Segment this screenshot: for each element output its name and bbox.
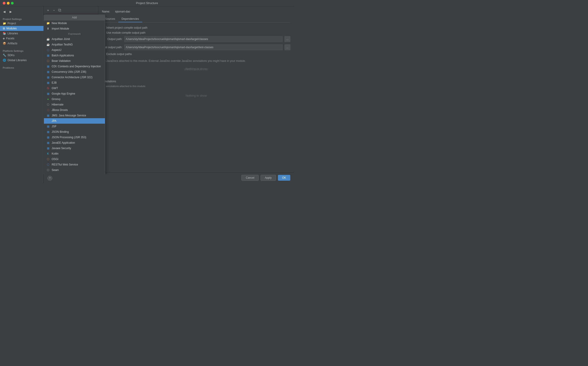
dropdown-item-osgi[interactable]: ⬡ OSGi	[44, 156, 105, 162]
help-button[interactable]: ?	[47, 176, 52, 181]
exclude-label: Exclude output paths	[106, 53, 132, 56]
detail-panel: Name: iqismart-dao Sources Dependencies …	[98, 6, 294, 174]
sidebar-item-label: Global Libraries	[8, 59, 27, 62]
sidebar-item-label: SDKs	[8, 54, 15, 57]
browse-icon: …	[286, 38, 289, 40]
sidebar-item-project[interactable]: 📁 Project	[0, 21, 43, 26]
jms-icon: ▦	[46, 114, 50, 117]
dropdown-item-restful[interactable]: ⬡ RESTful Web Service	[44, 162, 105, 167]
facets-icon: ◈	[3, 37, 5, 40]
new-module-item[interactable]: 📁 New Module	[44, 21, 105, 26]
dropdown-item-concurrency-utils[interactable]: ▦ Concurrency Utils (JSR 236)	[44, 69, 105, 75]
dropdown-item-kotlin[interactable]: K Kotlin	[44, 151, 105, 156]
arquillian-junit-icon: ☕	[46, 37, 50, 41]
sidebar-item-modules[interactable]: ⊞ Modules	[0, 26, 43, 31]
apply-button[interactable]: Apply	[260, 175, 276, 181]
ok-button[interactable]: OK	[278, 175, 290, 181]
dropdown-item-batch-applications[interactable]: ▦ Batch Applications	[44, 53, 105, 58]
dropdown-item-google-app-engine[interactable]: ▦ Google App Engine	[44, 91, 105, 96]
import-module-item[interactable]: ⬇ Import Module	[44, 26, 105, 31]
dropdown-header: Add	[44, 15, 105, 21]
minimize-button[interactable]	[7, 2, 9, 5]
tab-dependencies[interactable]: Dependencies	[118, 16, 142, 22]
dropdown-item-jsf[interactable]: ▦ JSF	[44, 124, 105, 129]
dropdown-item-aspectj[interactable]: ⬡ AspectJ	[44, 47, 105, 53]
dropdown-item-bean-validation[interactable]: ⬡ Bean Validation	[44, 58, 105, 64]
import-module-icon: ⬇	[46, 27, 50, 30]
watermark-container: www.toocruel.net Nothing to show	[102, 62, 290, 76]
sidebar-item-label: Artifacts	[8, 42, 17, 45]
copy-icon: ⿻	[58, 8, 62, 12]
batch-icon: ▦	[46, 54, 50, 57]
dropdown-item-javaee-security[interactable]: ▦ Javaee Security	[44, 145, 105, 151]
module-radio[interactable]: Use module compile output path	[102, 31, 290, 34]
test-path-row: Test output path: …	[102, 44, 290, 50]
dropdown-item-jpa[interactable]: ▦ JPA	[44, 118, 105, 124]
sidebar-item-sdks[interactable]: 🔧 SDKs	[0, 53, 43, 58]
modules-icon: ⊞	[3, 27, 5, 30]
copy-module-button[interactable]: ⿻	[57, 8, 62, 13]
cdi-icon: ▦	[46, 65, 50, 68]
javaee-security-icon: ▦	[46, 146, 50, 150]
compile-radio[interactable]: Inherit project compile output path	[102, 26, 290, 29]
exclude-option[interactable]: Exclude output paths	[102, 53, 290, 56]
sidebar-item-facets[interactable]: ◈ Facets	[0, 36, 43, 41]
gae-icon: ▦	[46, 92, 50, 95]
dropdown-item-hibernate[interactable]: ⬡ Hibernate	[44, 102, 105, 107]
annotations-sub: No annotations attached to this module.	[102, 85, 290, 88]
dropdown-item-ejb[interactable]: ▦ EJB	[44, 80, 105, 85]
add-icon: +	[47, 8, 49, 12]
dropdown-item-jboss-drools[interactable]: ⬡ JBoss Drools	[44, 107, 105, 113]
compile-radio-label: Inherit project compile output path	[106, 26, 148, 29]
concurrency-icon: ▦	[46, 70, 50, 74]
add-module-button[interactable]: +	[46, 8, 51, 13]
jsf-icon: ▦	[46, 125, 50, 128]
dropdown-item-arquillian-junit[interactable]: ☕ Arquillian JUnit	[44, 36, 105, 42]
sidebar-item-global-libraries[interactable]: 🌐 Global Libraries	[0, 58, 43, 63]
dropdown-item-gwt[interactable]: G GWT	[44, 85, 105, 91]
dropdown-item-groovy[interactable]: ● Groovy	[44, 96, 105, 102]
remove-module-button[interactable]: −	[51, 8, 56, 13]
dropdown-item-javaee-app[interactable]: ▦ JavaEE Application	[44, 140, 105, 145]
dropdown-item-seam[interactable]: ⬡ Seam	[44, 167, 105, 173]
close-button[interactable]	[3, 2, 6, 5]
new-module-icon: 📁	[46, 21, 50, 25]
test-path-input[interactable]	[124, 44, 283, 50]
problems-label: Problems	[0, 65, 43, 69]
dropdown-item-jms[interactable]: ▦ JMS: Java Message Service	[44, 113, 105, 118]
sidebar-item-label: Facets	[6, 37, 14, 40]
sidebar-item-libraries[interactable]: 📚 Libraries	[0, 31, 43, 36]
ejb-icon: ▦	[46, 81, 50, 84]
libraries-icon: 📚	[3, 32, 6, 35]
dropdown-item-cdi[interactable]: ▦ CDI: Contexts and Dependency Injection	[44, 64, 105, 69]
forward-icon: ▶	[9, 10, 12, 13]
jboss-icon: ⬡	[46, 108, 50, 112]
traffic-lights[interactable]	[3, 2, 14, 5]
kotlin-icon: K	[46, 152, 50, 155]
module-name-value: iqismart-dao	[115, 10, 130, 13]
sidebar: ◀ ▶ Project Settings 📁 Project ⊞ Modules…	[0, 6, 44, 183]
output-path-input[interactable]	[124, 36, 283, 42]
jpa-icon: ▦	[46, 119, 50, 123]
dropdown-item-json-processing[interactable]: ▦ JSON Processing (JSR 353)	[44, 135, 105, 140]
aspectj-icon: ⬡	[46, 48, 50, 52]
dropdown-item-arquillian-testng[interactable]: ☕ Arquillian TestNG	[44, 42, 105, 47]
connector-icon: ▦	[46, 76, 50, 79]
dropdown-item-spring-batch[interactable]: ⬡ Spring Batch	[44, 173, 105, 174]
back-button[interactable]: ◀	[2, 9, 7, 14]
content-area: + − ⿻ Add 📁 New Module	[44, 6, 294, 183]
sidebar-item-artifacts[interactable]: 📦 Artifacts	[0, 41, 43, 46]
dropdown-item-json-binding[interactable]: ▦ JSON Binding	[44, 129, 105, 135]
window-title: Project Structure	[136, 1, 158, 5]
output-path-browse-button[interactable]: …	[284, 36, 290, 42]
maximize-button[interactable]	[11, 2, 14, 5]
osgi-icon: ⬡	[46, 157, 50, 161]
forward-button[interactable]: ▶	[8, 9, 13, 14]
dropdown-item-connector-architecture[interactable]: ▦ Connector Architecture (JSR 322)	[44, 75, 105, 80]
annotations-nothing: Nothing to show	[102, 89, 290, 102]
json-binding-icon: ▦	[46, 130, 50, 134]
test-path-browse-button[interactable]: …	[284, 44, 290, 50]
title-bar: Project Structure	[0, 0, 294, 6]
module-toolbar: + − ⿻	[44, 6, 98, 14]
cancel-button[interactable]: Cancel	[242, 175, 259, 181]
